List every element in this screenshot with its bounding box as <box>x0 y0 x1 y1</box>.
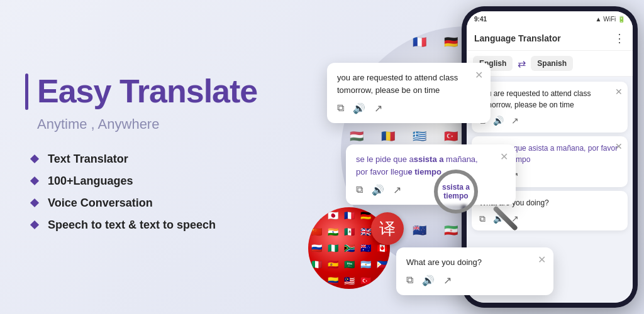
flag-cell: 🇺🇸 <box>341 26 372 58</box>
main-title: Easy Translate <box>37 73 257 109</box>
magnifier-line1: ssista a <box>442 183 470 192</box>
floating-source-text: you are requested to attend class tomorr… <box>337 72 480 96</box>
float3-actions: ⧉ 🔊 ↗ <box>406 274 543 286</box>
magnifier-content: ssista a tiempo <box>442 183 470 201</box>
feature-label-2: 100+Languages <box>48 175 133 188</box>
app-toolbar: Language Translator ⋮ <box>467 26 633 51</box>
feature-label-1: Text Translator <box>48 153 128 166</box>
small-flag-cell: 🇫🇷 <box>341 207 357 224</box>
feature-item-3: Voice Conversation <box>31 197 264 210</box>
source-card-actions: ⧉ 🔊 ↗ <box>479 116 620 126</box>
bullet-icon-4 <box>30 220 39 229</box>
status-icons: ▲ WiFi 🔋 <box>596 16 625 23</box>
share-float3-icon[interactable]: ↗ <box>443 274 452 286</box>
app-title: Language Translator <box>474 33 561 43</box>
flag-cell: 🇫🇷 <box>404 26 435 58</box>
title-block: Easy Translate <box>25 73 264 109</box>
small-flag-cell: 🇨🇳 <box>308 224 325 240</box>
small-flag-cell: 🇻🇳 <box>308 273 325 289</box>
close-translated-card-icon[interactable]: ✕ <box>615 141 623 151</box>
magnifier-lens: ssista a tiempo <box>434 170 478 214</box>
small-flag-cell: 🇲🇾 <box>341 273 357 289</box>
close-float2-icon[interactable]: ✕ <box>500 151 508 163</box>
copy-float1-icon[interactable]: ⧉ <box>337 102 344 114</box>
bullet-icon-2 <box>30 176 39 185</box>
small-flag-cell: 🇸🇦 <box>341 256 357 273</box>
close-source-card-icon[interactable]: ✕ <box>615 87 623 97</box>
feature-item-2: 100+Languages <box>31 175 264 188</box>
translate-icon: 译 <box>379 218 396 240</box>
small-flag-cell: 🇲🇽 <box>341 224 357 240</box>
right-panel: 🇺🇸🇬🇧🇫🇷🇩🇪🇯🇵🇨🇳🇷🇺🇮🇳🇧🇷🇲🇽🇰🇷🇮🇹🇪🇸🇸🇦🇵🇹🇦🇺🇨🇦🇳🇱🇸🇪🇳🇴… <box>289 0 644 314</box>
small-flag-cell: 🇺🇸 <box>308 207 325 224</box>
bullet-icon-1 <box>30 154 39 163</box>
small-flag-cell: 🇳🇬 <box>325 240 341 256</box>
flag-cell: 🇬🇧 <box>372 26 404 58</box>
share-icon[interactable]: ↗ <box>511 116 519 126</box>
subtitle: Anytime , Anywhere <box>37 116 264 133</box>
left-panel: Easy Translate Anytime , Anywhere Text T… <box>0 0 289 314</box>
feature-label-4: Speech to text & text to speech <box>48 219 216 232</box>
status-time: 9:41 <box>474 16 487 23</box>
share-float1-icon[interactable]: ↗ <box>374 102 382 114</box>
feature-item-1: Text Translator <box>31 153 264 166</box>
feature-label-3: Voice Conversation <box>48 197 153 210</box>
magnifier: ssista a tiempo <box>434 170 503 239</box>
floating-card-extra: ✕ What are you doing? ⧉ 🔊 ↗ <box>396 247 553 296</box>
more-options-icon[interactable]: ⋮ <box>614 31 625 45</box>
copy-float2-icon[interactable]: ⧉ <box>356 184 363 196</box>
small-flag-cell: 🇮🇳 <box>325 224 341 240</box>
small-flag-cell: 🇿🇦 <box>341 240 357 256</box>
small-flag-cell: 🇷🇺 <box>308 240 325 256</box>
features-list: Text Translator 100+Languages Voice Conv… <box>31 153 264 241</box>
small-flag-cell: 🇹🇷 <box>357 273 374 289</box>
share-float2-icon[interactable]: ↗ <box>393 184 401 196</box>
floating-card-source: ✕ you are requested to attend class tomo… <box>327 63 491 123</box>
small-flag-cell: 🇮🇹 <box>308 256 325 273</box>
target-language-button[interactable]: Spanish <box>531 56 573 71</box>
speaker-float3-icon[interactable]: 🔊 <box>422 274 435 286</box>
speaker-float2-icon[interactable]: 🔊 <box>372 184 384 196</box>
source-text: you are requested to attend class tomorr… <box>479 88 620 111</box>
copy-float3-icon[interactable]: ⧉ <box>406 274 413 286</box>
flag-cell: 🇳🇿 <box>404 215 435 246</box>
language-selector: English ⇄ Spanish <box>467 51 633 77</box>
small-flag-cell: 🇦🇷 <box>357 256 374 273</box>
bullet-icon-3 <box>30 198 39 207</box>
magnifier-line2: tiempo <box>443 192 468 200</box>
small-flag-cell: 🇨🇴 <box>325 273 341 289</box>
small-flag-cell: 🇪🇸 <box>325 256 341 273</box>
source-card: ✕ you are requested to attend class tomo… <box>472 82 628 133</box>
close-float3-icon[interactable]: ✕ <box>538 254 546 266</box>
small-flag-cell: 🇯🇵 <box>325 207 341 224</box>
title-bar <box>25 73 28 109</box>
close-float1-icon[interactable]: ✕ <box>475 69 483 81</box>
translate-badge[interactable]: 译 <box>371 212 404 245</box>
swap-languages-icon[interactable]: ⇄ <box>518 58 526 70</box>
small-flag-cell: 🇦🇺 <box>357 240 374 256</box>
speaker-icon[interactable]: 🔊 <box>493 116 504 126</box>
speaker-float1-icon[interactable]: 🔊 <box>353 102 365 114</box>
status-bar: 9:41 ▲ WiFi 🔋 <box>467 11 633 26</box>
feature-item-4: Speech to text & text to speech <box>31 219 264 232</box>
floating-extra-text: What are you doing? <box>406 256 543 269</box>
float1-actions: ⧉ 🔊 ↗ <box>337 102 480 114</box>
